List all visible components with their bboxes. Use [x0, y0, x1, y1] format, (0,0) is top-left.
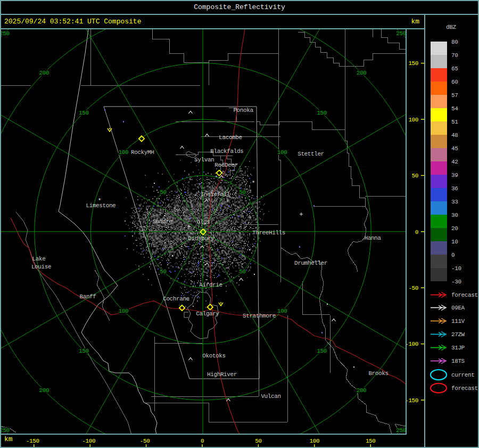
- svg-text:Sundre: Sundre: [152, 218, 172, 225]
- svg-text:Stettler: Stettler: [298, 151, 324, 157]
- svg-text:Brooks: Brooks: [368, 370, 388, 377]
- svg-text:200: 200: [39, 387, 49, 394]
- svg-text:200: 200: [357, 387, 367, 394]
- svg-text:Cochrane: Cochrane: [163, 296, 189, 302]
- svg-text:*: *: [252, 180, 255, 186]
- svg-text:-100: -100: [82, 438, 95, 444]
- svg-text:70: 70: [451, 52, 458, 59]
- svg-text:10: 10: [451, 239, 458, 245]
- svg-text:Calgary: Calgary: [196, 311, 219, 317]
- svg-text:09EA: 09EA: [451, 305, 465, 311]
- svg-text:150: 150: [79, 348, 89, 354]
- svg-text:42: 42: [451, 159, 458, 165]
- svg-text:-10: -10: [451, 265, 461, 272]
- svg-text:20: 20: [451, 225, 458, 232]
- svg-text:51: 51: [451, 119, 458, 125]
- svg-text:150: 150: [408, 60, 418, 67]
- svg-text:250: 250: [396, 427, 406, 434]
- svg-text:100: 100: [277, 308, 287, 314]
- svg-text:200: 200: [39, 70, 49, 76]
- svg-text:27ZW: 27ZW: [451, 331, 465, 338]
- svg-text:Olds: Olds: [197, 219, 210, 225]
- svg-text:Lake: Lake: [32, 256, 46, 262]
- svg-text:-100: -100: [405, 341, 418, 347]
- svg-text:50: 50: [239, 189, 245, 196]
- svg-text:Limestone: Limestone: [86, 202, 115, 209]
- svg-text:18TS: 18TS: [451, 358, 465, 364]
- svg-text:60: 60: [451, 79, 458, 85]
- svg-text:54: 54: [451, 105, 458, 112]
- svg-text:150: 150: [317, 348, 327, 354]
- svg-text:150: 150: [79, 110, 89, 116]
- svg-text:100: 100: [309, 438, 319, 444]
- svg-text:Lacombe: Lacombe: [219, 134, 242, 141]
- svg-text:-150: -150: [26, 438, 39, 444]
- svg-text:80: 80: [451, 39, 458, 45]
- svg-text:33: 33: [451, 199, 458, 205]
- svg-text:65: 65: [451, 66, 458, 72]
- svg-text:50: 50: [160, 268, 166, 275]
- svg-text:dBZ: dBZ: [446, 24, 456, 30]
- svg-text:Didsbury: Didsbury: [188, 235, 214, 242]
- svg-text:-30: -30: [451, 279, 461, 285]
- svg-text:200: 200: [357, 70, 367, 76]
- svg-text:0: 0: [415, 229, 418, 235]
- svg-text:57: 57: [451, 92, 458, 99]
- svg-text:0: 0: [201, 438, 204, 444]
- svg-text:Airdrie: Airdrie: [199, 282, 222, 288]
- svg-text:RockyMH: RockyMH: [131, 149, 154, 156]
- svg-text:48: 48: [451, 132, 458, 139]
- svg-text:50: 50: [239, 268, 245, 275]
- svg-text:111V: 111V: [451, 318, 465, 324]
- svg-text:Drumheller: Drumheller: [294, 260, 327, 266]
- svg-text:Strathmore: Strathmore: [243, 313, 276, 319]
- svg-text:100: 100: [119, 308, 129, 314]
- svg-text:250: 250: [396, 30, 406, 37]
- svg-text:Vulcan: Vulcan: [261, 393, 280, 400]
- svg-text:50: 50: [160, 189, 166, 196]
- svg-text:forecast: forecast: [451, 292, 478, 298]
- svg-text:Banff: Banff: [79, 294, 96, 300]
- svg-text:Blackfalds: Blackfalds: [210, 148, 243, 154]
- svg-text:39: 39: [451, 172, 458, 178]
- svg-text:150: 150: [317, 110, 327, 116]
- svg-text:Sylvan: Sylvan: [194, 157, 214, 163]
- svg-text:Ponoka: Ponoka: [233, 107, 253, 113]
- svg-text:100: 100: [119, 149, 129, 156]
- svg-text:Hanna: Hanna: [364, 235, 381, 241]
- svg-text:forecast: forecast: [451, 385, 478, 392]
- svg-text:-50: -50: [408, 285, 418, 291]
- svg-text:Louise: Louise: [31, 264, 51, 270]
- svg-text:100: 100: [408, 117, 418, 123]
- svg-text:250: 250: [0, 30, 10, 37]
- svg-text:45: 45: [451, 145, 458, 152]
- svg-text:30: 30: [451, 212, 458, 218]
- svg-text:Innisfail: Innisfail: [201, 191, 230, 198]
- svg-text:HighRiver: HighRiver: [207, 371, 237, 378]
- svg-text:36: 36: [451, 185, 458, 192]
- svg-text:Okotoks: Okotoks: [202, 353, 225, 359]
- svg-text:150: 150: [366, 438, 376, 444]
- svg-text:RedDeer: RedDeer: [214, 162, 237, 168]
- svg-text:250: 250: [0, 427, 10, 434]
- svg-text:-150: -150: [405, 397, 418, 404]
- svg-text:ThreeHills: ThreeHills: [252, 230, 285, 236]
- svg-text:current: current: [451, 372, 474, 378]
- svg-text:0: 0: [451, 252, 455, 258]
- svg-text:-50: -50: [140, 438, 150, 444]
- svg-text:50: 50: [255, 438, 261, 444]
- svg-text:31JP: 31JP: [451, 345, 465, 351]
- svg-text:50: 50: [412, 173, 418, 179]
- svg-text:100: 100: [277, 149, 287, 156]
